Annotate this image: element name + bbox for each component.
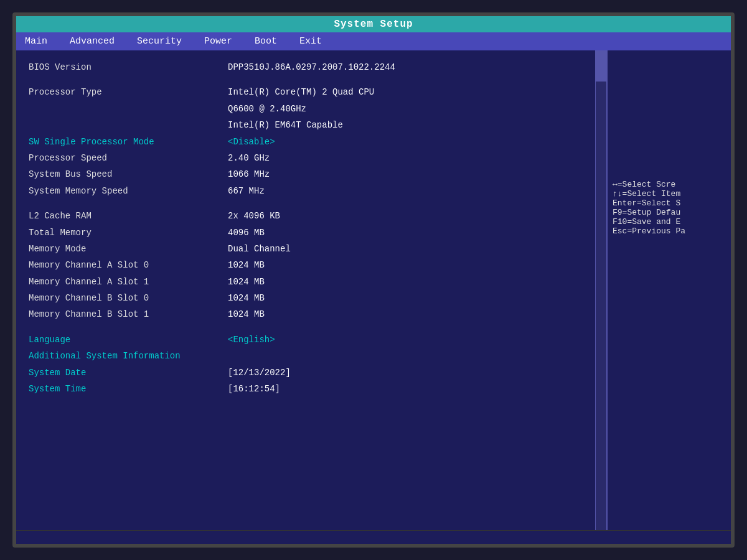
content-area: BIOS VersionDPP3510J.86A.0297.2007.1022.… [16,50,731,530]
info-value-7: 1066 MHz [228,167,270,181]
help-line-4: F9=Setup Defau [613,208,726,217]
info-row-21: System Time[16:12:54] [29,382,583,396]
help-line-5: F10=Save and E [613,217,726,226]
info-value-18[interactable]: <English> [228,333,275,347]
title-bar: System Setup [16,16,731,32]
info-row-20: System Date[12/13/2022] [29,366,583,380]
info-row-10: L2 Cache RAM2x 4096 KB [29,209,583,223]
info-value-3: Q6600 @ 2.40GHz [228,102,306,116]
screen: System Setup Main Advanced Security Powe… [16,16,731,544]
info-label-11: Total Memory [29,226,228,240]
info-value-12: Dual Channel [228,242,291,256]
info-label-5: SW Single Processor Mode [29,135,228,149]
info-row-13: Memory Channel A Slot 01024 MB [29,258,583,272]
info-label-10: L2 Cache RAM [29,209,228,223]
info-label-14: Memory Channel A Slot 1 [29,275,228,289]
spacer-9 [29,200,583,209]
info-label-2: Processor Type [29,85,228,99]
info-row-19: Additional System Information [29,349,583,363]
scrollbar[interactable] [595,50,606,530]
info-value-13: 1024 MB [228,258,265,272]
info-value-16: 1024 MB [228,307,265,321]
spacer-17 [29,324,583,333]
info-label-8: System Memory Speed [29,184,228,198]
bottom-bar [16,530,731,544]
info-value-4: Intel(R) EM64T Capable [228,118,343,132]
help-line-6: Esc=Previous Pa [613,226,726,236]
help-text: ↔=Select Scre ↑↓=Select Item Enter=Selec… [613,180,726,236]
menu-item-advanced[interactable]: Advanced [66,35,118,48]
info-value-15: 1024 MB [228,291,265,305]
info-label-15: Memory Channel B Slot 0 [29,291,228,305]
info-label-19: Additional System Information [29,349,228,363]
scrollbar-thumb[interactable] [596,50,606,82]
menu-item-exit[interactable]: Exit [296,35,326,48]
info-label-13: Memory Channel A Slot 0 [29,258,228,272]
info-label-18: Language [29,333,228,347]
info-row-12: Memory ModeDual Channel [29,242,583,256]
info-row-2: Processor TypeIntel(R) Core(TM) 2 Quad C… [29,85,583,99]
info-row-14: Memory Channel A Slot 11024 MB [29,275,583,289]
info-row-11: Total Memory4096 MB [29,226,583,240]
info-value-21[interactable]: [16:12:54] [228,382,280,396]
help-line-1: ↔=Select Scre [613,180,726,189]
spacer-1 [29,77,583,85]
info-value-20[interactable]: [12/13/2022] [228,366,291,380]
info-row-0: BIOS VersionDPP3510J.86A.0297.2007.1022.… [29,60,583,74]
info-label-7: System Bus Speed [29,167,228,181]
title-text: System Setup [334,19,413,30]
info-row-3: Q6600 @ 2.40GHz [29,102,583,116]
info-value-11: 4096 MB [228,226,265,240]
sidebar-help: ↔=Select Scre ↑↓=Select Item Enter=Selec… [606,50,731,530]
info-row-15: Memory Channel B Slot 01024 MB [29,291,583,305]
info-row-8: System Memory Speed667 MHz [29,184,583,198]
menu-item-power[interactable]: Power [200,35,236,48]
info-value-8: 667 MHz [228,184,265,198]
info-label-16: Memory Channel B Slot 1 [29,307,228,321]
menu-bar: Main Advanced Security Power Boot Exit [16,32,731,50]
info-row-16: Memory Channel B Slot 11024 MB [29,307,583,321]
info-row-7: System Bus Speed1066 MHz [29,167,583,181]
info-label-21: System Time [29,382,228,396]
menu-item-main[interactable]: Main [21,35,51,48]
info-row-6: Processor Speed2.40 GHz [29,151,583,165]
info-value-0: DPP3510J.86A.0297.2007.1022.2244 [228,60,395,74]
info-row-18: Language<English> [29,333,583,347]
info-value-5[interactable]: <Disable> [228,135,275,149]
info-value-2: Intel(R) Core(TM) 2 Quad CPU [228,85,374,99]
help-line-3: Enter=Select S [613,198,726,208]
help-line-2: ↑↓=Select Item [613,189,726,198]
info-label-20: System Date [29,366,228,380]
info-value-6: 2.40 GHz [228,151,270,165]
monitor: System Setup Main Advanced Security Powe… [12,12,735,548]
menu-item-security[interactable]: Security [133,35,186,48]
info-label-12: Memory Mode [29,242,228,256]
info-label-4 [29,118,228,132]
info-row-4: Intel(R) EM64T Capable [29,118,583,132]
info-value-10: 2x 4096 KB [228,209,280,223]
info-row-5: SW Single Processor Mode<Disable> [29,135,583,149]
info-label-6: Processor Speed [29,151,228,165]
info-label-0: BIOS Version [29,60,228,74]
info-value-14: 1024 MB [228,275,265,289]
menu-item-boot[interactable]: Boot [251,35,281,48]
info-label-3 [29,102,228,116]
main-content: BIOS VersionDPP3510J.86A.0297.2007.1022.… [16,50,595,530]
